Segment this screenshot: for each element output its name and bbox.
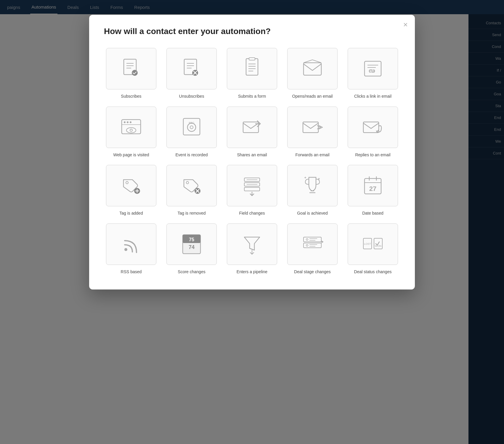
web-page-icon — [119, 115, 143, 139]
enters-pipeline-icon-box — [227, 223, 277, 265]
svg-point-61 — [124, 248, 127, 251]
svg-text:75: 75 — [189, 237, 194, 242]
option-opens-email[interactable]: Opens/reads an email — [285, 48, 340, 99]
option-replies-email[interactable]: Replies to an email — [346, 107, 400, 158]
event-recorded-icon-box: REC — [166, 107, 217, 148]
rss-based-icon-box — [106, 223, 156, 265]
deal-status-label: Deal status changes — [354, 269, 392, 275]
clicks-link-label: Clicks a link in email — [354, 94, 391, 99]
option-deal-status[interactable]: LOST WON Deal status changes — [346, 223, 400, 275]
replies-email-icon-box — [348, 107, 398, 148]
opens-email-label: Opens/reads an email — [292, 94, 333, 99]
rss-based-icon — [119, 232, 143, 256]
tag-removed-icon — [180, 174, 203, 197]
option-clicks-link[interactable]: Clicks a link in email — [346, 48, 400, 99]
automation-trigger-modal: How will a contact enter your automation… — [89, 15, 415, 289]
deal-status-icon-box: LOST WON — [348, 223, 398, 265]
option-subscribes[interactable]: Subscribes — [104, 48, 158, 99]
replies-email-icon — [361, 115, 385, 139]
tag-removed-label: Tag is removed — [178, 210, 206, 216]
svg-point-67 — [306, 239, 308, 240]
svg-rect-35 — [303, 122, 318, 133]
opens-email-icon-box — [287, 48, 338, 89]
option-tag-removed[interactable]: Tag is removed — [164, 165, 219, 216]
modal-close-button[interactable]: × — [403, 21, 408, 28]
replies-email-label: Replies to an email — [355, 152, 390, 158]
svg-rect-12 — [246, 59, 258, 75]
option-web-page[interactable]: Web page is visited — [104, 107, 158, 158]
option-shares-email[interactable]: Shares an email — [225, 107, 279, 158]
shares-email-label: Shares an email — [237, 152, 267, 158]
date-based-icon: 27 — [361, 174, 385, 197]
svg-rect-19 — [365, 61, 381, 76]
modal-title: How will a contact enter your automation… — [104, 27, 400, 36]
clicks-link-icon — [361, 57, 385, 81]
svg-point-25 — [127, 121, 129, 123]
score-changes-icon-box: 75 74 — [166, 223, 217, 265]
rss-based-label: RSS based — [121, 269, 142, 275]
score-changes-label: Score changes — [178, 269, 205, 275]
unsubscribes-label: Unsubscribes — [179, 94, 204, 99]
svg-point-31 — [187, 123, 196, 131]
shares-email-icon-box — [227, 107, 277, 148]
modal-overlay[interactable]: How will a contact enter your automation… — [0, 0, 504, 444]
field-changes-icon — [240, 174, 264, 197]
goal-achieved-icon-box — [287, 165, 338, 206]
svg-point-41 — [186, 181, 189, 184]
svg-text:27: 27 — [369, 185, 376, 192]
svg-rect-13 — [249, 58, 255, 60]
option-field-changes[interactable]: Field changes — [225, 165, 279, 216]
deal-stage-label: Deal stage changes — [294, 269, 331, 275]
svg-point-28 — [126, 128, 136, 133]
tag-added-icon-box — [106, 165, 156, 206]
svg-rect-18 — [304, 63, 321, 75]
subscribes-icon-box — [106, 48, 156, 89]
tag-removed-icon-box — [166, 165, 217, 206]
svg-point-37 — [126, 181, 128, 184]
forwards-email-icon-box — [287, 107, 338, 148]
field-changes-icon-box — [227, 165, 277, 206]
tag-added-label: Tag is added — [119, 210, 143, 216]
event-recorded-label: Event is recorded — [176, 152, 208, 158]
forwards-email-icon — [301, 115, 324, 139]
tag-added-icon — [119, 174, 143, 197]
option-date-based[interactable]: 27 Date based — [346, 165, 400, 216]
svg-point-29 — [130, 129, 132, 131]
enters-pipeline-icon — [240, 232, 264, 256]
svg-point-32 — [190, 126, 193, 129]
event-recorded-icon: REC — [180, 115, 203, 139]
svg-rect-30 — [183, 118, 200, 135]
option-enters-pipeline[interactable]: Enters a pipeline — [225, 223, 279, 275]
submits-form-icon — [240, 57, 264, 81]
shares-email-icon — [240, 115, 264, 139]
svg-text:WON: WON — [375, 244, 381, 247]
forwards-email-label: Forwards an email — [295, 152, 329, 158]
option-submits-form[interactable]: Submits a form — [225, 48, 279, 99]
option-goal-achieved[interactable]: Goal is achieved — [285, 165, 340, 216]
option-score-changes[interactable]: 75 74 Score changes — [164, 223, 219, 275]
option-rss-based[interactable]: RSS based — [104, 223, 158, 275]
svg-point-71 — [306, 244, 308, 246]
subscribes-label: Subscribes — [121, 94, 141, 99]
svg-rect-49 — [244, 187, 260, 191]
option-forwards-email[interactable]: Forwards an email — [285, 107, 340, 158]
option-unsubscribes[interactable]: Unsubscribes — [164, 48, 219, 99]
date-based-icon-box: 27 — [348, 165, 398, 206]
options-grid: Subscribes Unsubscribes — [104, 48, 400, 275]
option-event-recorded[interactable]: REC Event is recorded — [164, 107, 219, 158]
submits-form-label: Submits a form — [238, 94, 266, 99]
svg-point-24 — [124, 121, 126, 123]
option-deal-stage[interactable]: Deal stage changes — [285, 223, 340, 275]
deal-stage-icon — [301, 232, 324, 256]
enters-pipeline-label: Enters a pipeline — [237, 269, 267, 275]
unsubscribes-icon-box — [166, 48, 217, 89]
goal-achieved-icon — [301, 174, 324, 197]
option-tag-added[interactable]: Tag is added — [104, 165, 158, 216]
opens-email-icon — [301, 57, 324, 81]
deal-status-icon: LOST WON — [361, 232, 385, 256]
subscribes-icon — [119, 57, 143, 81]
field-changes-label: Field changes — [239, 210, 265, 216]
clicks-link-icon-box — [348, 48, 398, 89]
svg-text:LOST: LOST — [364, 242, 371, 245]
svg-point-26 — [130, 121, 131, 123]
